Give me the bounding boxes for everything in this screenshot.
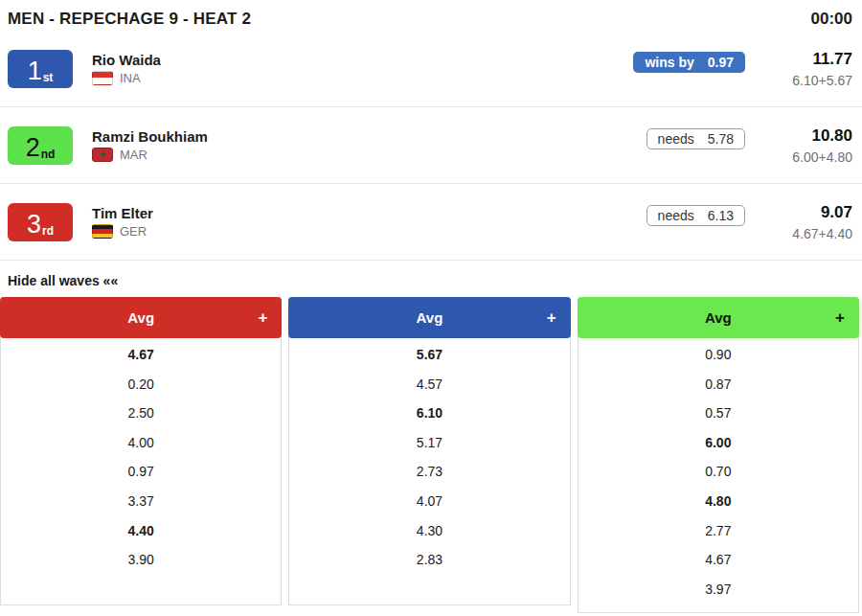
- country-code: INA: [120, 71, 141, 85]
- wave-score: 3.90: [1, 545, 281, 575]
- heat-title: MEN - REPECHAGE 9 - HEAT 2: [8, 10, 251, 29]
- wave-score: 0.87: [578, 370, 858, 399]
- rank-badge-3rd: 3 rd: [8, 203, 73, 241]
- needs-badge: needs 6.13: [646, 205, 745, 226]
- hide-all-waves-link[interactable]: Hide all waves ««: [0, 261, 125, 297]
- wave-score: 6.00: [578, 428, 858, 458]
- status-value: 6.13: [708, 208, 734, 223]
- wave-score: 2.83: [289, 545, 569, 575]
- wave-column-red: Avg + 4.67 0.20 2.50 4.00 0.97 3.37 4.40…: [0, 297, 282, 613]
- athlete-info: Tim Elter GER: [92, 205, 153, 239]
- heat-scoreboard: MEN - REPECHAGE 9 - HEAT 2 00:00 1 st Ri…: [0, 0, 862, 616]
- wave-score: 2.73: [289, 457, 569, 487]
- score-total: 10.80: [745, 126, 852, 146]
- score-block: 11.77 6.10+5.67: [745, 50, 852, 88]
- flag-indonesia-icon: [92, 71, 113, 85]
- athlete-name: Rio Waida: [92, 52, 161, 68]
- flag-germany-icon: [92, 224, 113, 239]
- athlete-country: INA: [92, 71, 161, 85]
- wave-score: 4.30: [289, 516, 569, 546]
- status-value: 0.97: [708, 55, 734, 70]
- wave-score: 0.97: [1, 457, 281, 487]
- athlete-country: ★ MAR: [92, 148, 208, 162]
- athlete-score-area: needs 6.13 9.07 4.67+4.40: [646, 203, 852, 241]
- country-code: GER: [120, 224, 147, 239]
- status-label: needs: [658, 208, 694, 223]
- athlete-name: Ramzi Boukhiam: [92, 128, 208, 145]
- wave-column-green: Avg + 0.90 0.87 0.57 6.00 0.70 4.80 2.77…: [578, 297, 859, 613]
- avg-label: Avg: [127, 309, 154, 326]
- athlete-score-area: needs 5.78 10.80 6.00+4.80: [646, 126, 852, 165]
- wave-score: 2.50: [1, 399, 281, 428]
- wave-list: 4.67 0.20 2.50 4.00 0.97 3.37 4.40 3.90: [0, 336, 282, 605]
- wave-score: 4.67: [1, 340, 281, 370]
- plus-icon[interactable]: +: [547, 308, 556, 328]
- wave-score: 4.57: [289, 370, 569, 399]
- athlete-country: GER: [92, 224, 153, 239]
- rank-suffix: rd: [42, 225, 54, 238]
- status-label: wins by: [645, 55, 693, 70]
- wave-score: 4.07: [289, 487, 569, 516]
- athlete-info: Rio Waida INA: [92, 52, 161, 85]
- athlete-name: Tim Elter: [92, 205, 153, 221]
- avg-header-red[interactable]: Avg +: [0, 297, 282, 338]
- wave-score: 4.67: [578, 545, 858, 575]
- rank-number: 1: [28, 58, 42, 84]
- wave-columns: Avg + 4.67 0.20 2.50 4.00 0.97 3.37 4.40…: [0, 297, 862, 613]
- wave-score: 0.90: [578, 340, 858, 370]
- status-value: 5.78: [708, 131, 734, 147]
- wave-score: 3.97: [578, 575, 858, 605]
- athlete-info: Ramzi Boukhiam ★ MAR: [92, 128, 208, 162]
- status-label: needs: [658, 131, 694, 147]
- score-breakdown: 6.00+4.80: [745, 149, 852, 165]
- plus-icon[interactable]: +: [835, 308, 845, 328]
- avg-label: Avg: [705, 309, 732, 326]
- needs-badge: needs 5.78: [646, 128, 745, 149]
- wave-column-blue: Avg + 5.67 4.57 6.10 5.17 2.73 4.07 4.30…: [288, 297, 570, 613]
- athlete-row: 3 rd Tim Elter GER needs 6.13 9.07 4.67+…: [0, 184, 862, 261]
- rank-number: 3: [27, 212, 41, 238]
- wave-score: 4.00: [1, 428, 281, 458]
- wave-list: 0.90 0.87 0.57 6.00 0.70 4.80 2.77 4.67 …: [578, 336, 859, 613]
- morocco-star-icon: ★: [99, 150, 106, 159]
- athlete-row: 1 st Rio Waida INA wins by 0.97 11.77 6.…: [0, 31, 862, 107]
- athlete-row: 2 nd Ramzi Boukhiam ★ MAR needs 5.78 10.…: [0, 107, 862, 184]
- plus-icon[interactable]: +: [258, 308, 267, 328]
- wave-score: 5.17: [289, 428, 569, 458]
- rank-badge-1st: 1 st: [8, 50, 73, 88]
- flag-morocco-icon: ★: [92, 148, 113, 162]
- score-block: 10.80 6.00+4.80: [745, 126, 852, 165]
- wave-score: 4.40: [1, 516, 281, 546]
- wave-score: 0.20: [1, 370, 281, 399]
- country-code: MAR: [120, 148, 147, 162]
- heat-timer: 00:00: [811, 10, 852, 29]
- score-block: 9.07 4.67+4.40: [745, 203, 852, 241]
- avg-header-blue[interactable]: Avg +: [288, 297, 570, 338]
- score-breakdown: 4.67+4.40: [745, 226, 852, 241]
- wave-score: 4.80: [578, 487, 858, 516]
- top-bar: MEN - REPECHAGE 9 - HEAT 2 00:00: [0, 0, 862, 31]
- wave-score: 6.10: [289, 399, 569, 428]
- wave-list: 5.67 4.57 6.10 5.17 2.73 4.07 4.30 2.83: [288, 336, 570, 605]
- athlete-score-area: wins by 0.97 11.77 6.10+5.67: [633, 50, 852, 88]
- wave-score: 2.77: [578, 516, 858, 546]
- rank-badge-2nd: 2 nd: [8, 126, 73, 165]
- wins-by-badge: wins by 0.97: [633, 52, 745, 73]
- rank-suffix: nd: [41, 148, 56, 161]
- score-breakdown: 6.10+5.67: [745, 73, 852, 88]
- score-total: 11.77: [745, 50, 852, 69]
- wave-score: 3.37: [1, 487, 281, 516]
- wave-score: 0.57: [578, 399, 858, 428]
- wave-score: 0.70: [578, 457, 858, 487]
- avg-label: Avg: [417, 309, 443, 326]
- wave-score: 5.67: [289, 340, 569, 370]
- rank-number: 2: [26, 135, 40, 161]
- avg-header-green[interactable]: Avg +: [578, 297, 859, 338]
- score-total: 9.07: [745, 203, 852, 222]
- rank-suffix: st: [43, 72, 54, 84]
